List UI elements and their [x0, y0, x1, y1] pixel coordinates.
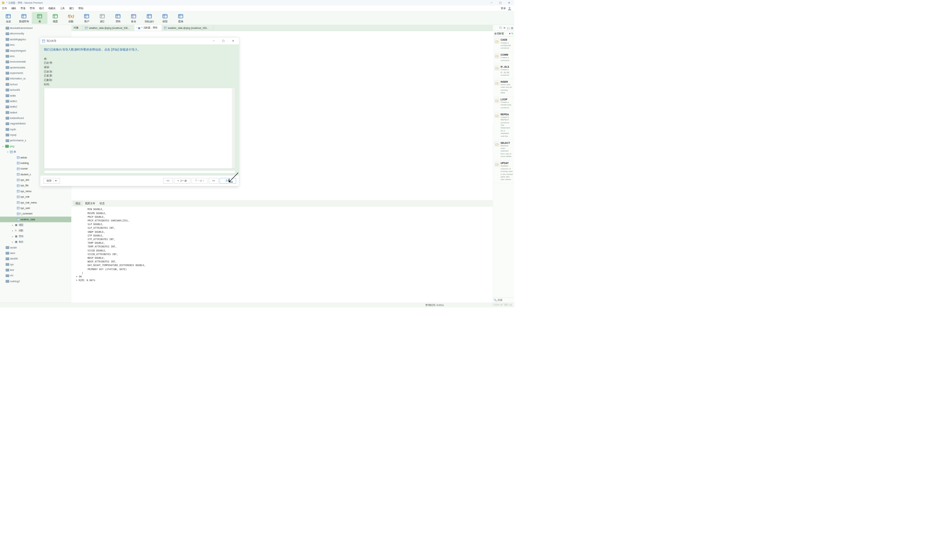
snippet-UPDAT[interactable]: ( )UPDATUpdates columns of existing rows… [494, 160, 514, 183]
sub-tab-status[interactable]: 状态 [97, 201, 107, 206]
user-avatar-icon[interactable] [508, 6, 512, 10]
braces-icon[interactable]: ( ) [507, 26, 509, 29]
dialog-last-button[interactable]: >> [209, 178, 218, 183]
table-sys_menu[interactable]: sys_menu [0, 189, 71, 194]
menu-help[interactable]: 帮助 [78, 6, 84, 11]
toolbar-新建查询[interactable]: 新建查询 [16, 12, 32, 24]
toolbar-表[interactable]: 表 [32, 12, 48, 24]
dialog-maximize-button[interactable]: ▢ [219, 38, 228, 43]
snippet-search-input[interactable] [497, 298, 514, 302]
toolbar-连接[interactable]: 连接 [0, 12, 16, 24]
snippet-INSER[interactable]: ( )INSERInsert new rows into an existing… [494, 79, 514, 96]
tab-weather_data @qing (localhost_330...[interactable]: weather_data @qing (localhost_330... [162, 25, 213, 31]
table-t_comment[interactable]: t_comment [0, 211, 71, 216]
toolbar-用户[interactable]: 用户 [79, 12, 94, 24]
tab-* 无标题 - 查询[interactable]: *▦* 无标题 - 查询 [134, 25, 162, 31]
toolbar-函数[interactable]: f(x)函数 [63, 12, 79, 24]
chevron-down-icon[interactable]: ▾ [6, 151, 9, 153]
db-vueblog2[interactable]: vueblog2 [0, 278, 71, 284]
sub-tab-info[interactable]: 信息 [73, 201, 83, 206]
db-test[interactable]: test [0, 267, 71, 273]
snippet-filter[interactable]: 全部标签 [494, 32, 508, 35]
chevron-down-icon[interactable]: ▾ [2, 145, 5, 148]
db-sked[interactable]: sked [0, 250, 71, 256]
tab-weather_data @qing (localhost_330...[interactable]: weather_data @qing (localhost_330... [83, 25, 134, 31]
menu-file[interactable]: 文件 [1, 6, 8, 11]
refresh-icon[interactable]: ↻ [511, 32, 513, 35]
dialog-save-button[interactable]: 保存 ▾ [43, 178, 60, 183]
db-sys[interactable]: sys [0, 262, 71, 267]
scrollbar[interactable] [232, 88, 235, 168]
dialog-field: 已处理: [44, 61, 235, 65]
database-icon [6, 257, 9, 260]
window-minimize-button[interactable]: ─ [488, 0, 495, 5]
table-sys_role[interactable]: sys_role [0, 194, 71, 200]
eye-icon[interactable]: 👁 [503, 26, 506, 29]
menu-query[interactable]: 查询 [29, 6, 35, 11]
snippet-icon: ( ) [494, 162, 499, 166]
snippet-SELECT[interactable]: ( )SELECTRetrieve rows selected from one… [494, 140, 514, 160]
svg-rect-4 [37, 15, 42, 18]
chevron-right-icon[interactable]: ▸ [11, 235, 14, 237]
subnode-查询[interactable]: ▸▦查询 [0, 234, 71, 239]
menu-bar: 文件 编辑 查看 查询 格式 收藏夹 工具 窗口 帮助 登录 [0, 6, 514, 11]
menu-favorites[interactable]: 收藏夹 [48, 6, 56, 11]
db-sked00[interactable]: sked00 [0, 256, 71, 262]
chevron-down-icon[interactable]: ▾ [54, 179, 56, 182]
toolbar-其它[interactable]: 其它 [94, 12, 110, 24]
menu-view[interactable]: 查看 [20, 6, 26, 11]
table-sys_role_menu[interactable]: sys_role_menu [0, 200, 71, 205]
chevron-right-icon[interactable]: ▸ [11, 229, 14, 232]
menu-window[interactable]: 窗口 [68, 6, 75, 11]
table-weather_data[interactable]: weather_data [0, 217, 71, 222]
login-link[interactable]: 登录 [500, 6, 506, 11]
dialog-prev-button[interactable]: < 上一步 [174, 178, 190, 183]
chevron-right-icon[interactable]: ▸ [11, 224, 14, 226]
database-icon [6, 77, 9, 80]
toolbar-icon [52, 13, 59, 20]
toolbar-label: 模型 [163, 20, 167, 23]
toolbar-视图[interactable]: 视图 [48, 12, 63, 24]
dialog-first-button[interactable]: << [163, 178, 173, 183]
chevron-right-icon[interactable]: ▸ [11, 241, 14, 243]
database-icon [6, 263, 9, 266]
subnode-函数[interactable]: ▸fx函数 [0, 228, 71, 234]
snippet-REPEA[interactable]: ( )REPEACreate A REPEAT construct. The S… [494, 111, 514, 140]
toolbar-备份[interactable]: 备份 [126, 12, 142, 24]
sub-tab-profile[interactable]: 配置文件 [83, 201, 97, 206]
window-maximize-button[interactable]: ▢ [497, 0, 504, 5]
snippet-icon: ( ) [494, 66, 499, 70]
snippet-IF...ELS[interactable]: ( )IF...ELSCreate a IF...ELSE construct [494, 64, 514, 79]
panel-toggle-icon[interactable]: ▥ [511, 26, 513, 29]
snippet-LOOP[interactable]: ( )LOOPCreate a simple loop construct [494, 96, 514, 111]
snippet-COMM[interactable]: ( )COMMCreate a comment [494, 52, 514, 64]
subnode-视图[interactable]: ▸▦视图 [0, 222, 71, 228]
toolbar-图表[interactable]: 图表 [173, 12, 189, 24]
subnode-备份[interactable]: ▸▦备份 [0, 239, 71, 245]
db-vhr[interactable]: vhr [0, 273, 71, 278]
window-close-button[interactable]: ✕ [505, 0, 513, 5]
db-seckill[interactable]: seckill [0, 245, 71, 250]
db-absolutetransmission[interactable]: absolutetransmission [0, 25, 71, 31]
table-sys_user[interactable]: sys_user [0, 205, 71, 211]
toolbar-模型[interactable]: 模型 [157, 12, 173, 24]
svg-rect-7 [100, 15, 104, 18]
chevron-down-icon[interactable]: ▾ [509, 32, 510, 35]
node-icon: ▦ [15, 224, 18, 226]
db-allcommodity[interactable]: allcommodity [0, 31, 71, 37]
toolbar-自动运行[interactable]: 自动运行 [141, 12, 157, 24]
menu-tools[interactable]: 工具 [59, 6, 66, 11]
table-icon [17, 218, 20, 221]
menu-edit[interactable]: 编辑 [11, 6, 17, 11]
snippet-CASE[interactable]: ( )CASECreate a conditional construct [494, 37, 514, 52]
dialog-minimize-button[interactable]: ─ [210, 38, 218, 43]
toolbar-icon [5, 13, 12, 20]
dialog-log-area[interactable] [44, 88, 235, 169]
tab-对象[interactable]: 对象 [71, 25, 83, 31]
info-icon[interactable]: ⓘ [499, 26, 502, 29]
output-log[interactable]: MIN DOUBLE, MXSPD DOUBLE, PRCP DOUBLE, P… [71, 206, 493, 303]
object-tab-bar: 对象weather_data @qing (localhost_330...*▦… [71, 25, 493, 31]
toolbar-查询[interactable]: 查询 [110, 12, 126, 24]
dialog-close-button[interactable]: ✕ [229, 38, 237, 43]
menu-format[interactable]: 格式 [38, 6, 45, 11]
